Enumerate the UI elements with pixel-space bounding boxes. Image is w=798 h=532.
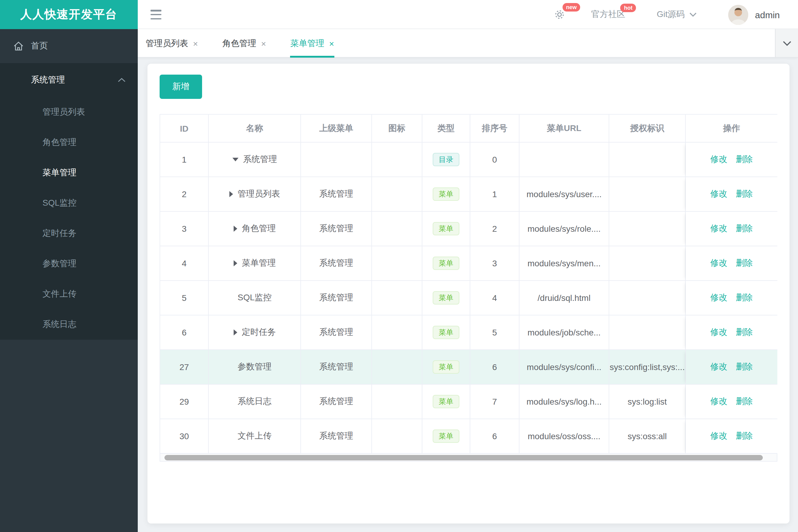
cell-actions: 修改删除 [686, 316, 777, 350]
cell-actions: 修改删除 [686, 385, 777, 419]
cell-name: 菜单管理 [209, 246, 301, 281]
sidebar-item-定时任务[interactable]: 定时任务 [0, 218, 138, 249]
settings-gear-button[interactable]: new [554, 8, 566, 21]
sidebar-item-home[interactable]: 首页 [0, 29, 138, 63]
table-body: 1系统管理目录0修改删除2管理员列表系统管理菜单1modules/sys/use… [160, 142, 777, 454]
sidebar-item-SQL监控[interactable]: SQL监控 [0, 188, 138, 218]
cell-url: modules/oss/oss.... [519, 419, 609, 454]
table-row: 3角色管理系统管理菜单2modules/sys/role....修改删除 [160, 212, 777, 246]
cell-perms [609, 281, 686, 316]
edit-link[interactable]: 修改 [710, 327, 727, 338]
cell-parent: 系统管理 [301, 212, 372, 246]
expand-caret-icon[interactable] [233, 260, 237, 266]
scrollbar-thumb[interactable] [165, 455, 763, 460]
menu-table: ID名称上级菜单图标类型排序号菜单URL授权标识操作 1系统管理目录0修改删除2… [160, 114, 777, 454]
sidebar-item-参数管理[interactable]: 参数管理 [0, 249, 138, 279]
delete-link[interactable]: 删除 [736, 327, 753, 338]
sidebar-item-菜单管理[interactable]: 菜单管理 [0, 158, 138, 188]
type-badge: 目录 [433, 153, 459, 166]
edit-link[interactable]: 修改 [710, 189, 727, 200]
delete-link[interactable]: 删除 [736, 223, 753, 234]
delete-link[interactable]: 删除 [736, 258, 753, 269]
column-header-上级菜单: 上级菜单 [301, 115, 372, 142]
tab-close-icon[interactable]: × [193, 39, 198, 48]
git-source-dropdown[interactable]: Git源码 [657, 9, 697, 20]
cell-parent: 系统管理 [301, 281, 372, 316]
column-header-图标: 图标 [372, 115, 422, 142]
edit-link[interactable]: 修改 [710, 431, 727, 442]
cell-icon [372, 419, 422, 454]
cell-order: 6 [470, 419, 519, 454]
cell-order: 2 [470, 212, 519, 246]
sidebar-item-系统日志[interactable]: 系统日志 [0, 309, 138, 340]
table-header-row: ID名称上级菜单图标类型排序号菜单URL授权标识操作 [160, 115, 777, 142]
add-button[interactable]: 新增 [160, 75, 202, 99]
edit-link[interactable]: 修改 [710, 396, 727, 407]
menu-name: 定时任务 [242, 327, 276, 338]
cell-order: 3 [470, 246, 519, 281]
delete-link[interactable]: 删除 [736, 292, 753, 303]
expand-caret-icon[interactable] [233, 329, 237, 336]
type-badge: 菜单 [433, 222, 459, 235]
column-header-排序号: 排序号 [470, 115, 519, 142]
edit-link[interactable]: 修改 [710, 154, 727, 165]
cell-icon [372, 385, 422, 419]
cell-actions: 修改删除 [686, 177, 777, 212]
column-header-名称: 名称 [209, 115, 301, 142]
cell-parent: 系统管理 [301, 177, 372, 212]
user-avatar[interactable] [728, 4, 748, 24]
sidebar-toggle-icon[interactable] [150, 9, 162, 20]
app-root: 人人快速开发平台 new 官方社区 hot Git源码 [0, 0, 798, 532]
table-row: 4菜单管理系统管理菜单3modules/sys/men...修改删除 [160, 246, 777, 281]
chevron-up-icon [118, 78, 126, 82]
cell-name: 参数管理 [209, 350, 301, 385]
edit-link[interactable]: 修改 [710, 223, 727, 234]
sidebar-group-toggle[interactable]: 系统管理 [0, 63, 138, 97]
delete-link[interactable]: 删除 [736, 189, 753, 200]
cell-perms [609, 212, 686, 246]
tab-close-icon[interactable]: × [261, 39, 266, 48]
cell-type: 目录 [422, 142, 470, 177]
cell-icon [372, 246, 422, 281]
cell-icon [372, 316, 422, 350]
cell-actions: 修改删除 [686, 212, 777, 246]
table-row: 6定时任务系统管理菜单5modules/job/sche...修改删除 [160, 316, 777, 350]
cell-url: modules/sys/men... [519, 246, 609, 281]
community-link[interactable]: 官方社区 hot [591, 9, 625, 20]
expand-caret-icon[interactable] [229, 191, 233, 197]
cell-type: 菜单 [422, 212, 470, 246]
content-card: 新增 ID名称上级菜单图标类型排序号菜单URL授权标识操作 1系统管理目录0修改… [147, 64, 790, 524]
edit-link[interactable]: 修改 [710, 292, 727, 303]
tab-角色管理[interactable]: 角色管理× [222, 29, 266, 58]
collapse-caret-icon[interactable] [232, 158, 238, 162]
tabs-overflow-button[interactable] [775, 29, 798, 57]
edit-link[interactable]: 修改 [710, 258, 727, 269]
delete-link[interactable]: 删除 [736, 431, 753, 442]
chevron-down-icon [689, 12, 697, 17]
cell-parent [301, 142, 372, 177]
sidebar-item-文件上传[interactable]: 文件上传 [0, 279, 138, 309]
cell-id: 5 [160, 281, 209, 316]
tab-close-icon[interactable]: × [329, 39, 334, 48]
cell-order: 4 [470, 281, 519, 316]
menu-name: 系统日志 [238, 396, 272, 407]
tab-菜单管理[interactable]: 菜单管理× [290, 29, 334, 58]
table-row: 2管理员列表系统管理菜单1modules/sys/user....修改删除 [160, 177, 777, 212]
cell-name: 系统管理 [209, 142, 301, 177]
type-badge: 菜单 [433, 395, 459, 408]
menu-name: 系统管理 [243, 154, 277, 165]
sidebar-item-角色管理[interactable]: 角色管理 [0, 127, 138, 158]
sidebar-item-管理员列表[interactable]: 管理员列表 [0, 97, 138, 127]
cell-order: 6 [470, 350, 519, 385]
delete-link[interactable]: 删除 [736, 362, 753, 373]
cell-type: 菜单 [422, 281, 470, 316]
expand-caret-icon[interactable] [233, 226, 237, 232]
delete-link[interactable]: 删除 [736, 154, 753, 165]
tab-管理员列表[interactable]: 管理员列表× [146, 29, 198, 58]
menu-name: 角色管理 [242, 223, 276, 234]
cell-perms [609, 142, 686, 177]
brand-logo: 人人快速开发平台 [0, 0, 138, 29]
delete-link[interactable]: 删除 [736, 396, 753, 407]
edit-link[interactable]: 修改 [710, 362, 727, 373]
sidebar-submenu: 管理员列表角色管理菜单管理SQL监控定时任务参数管理文件上传系统日志 [0, 97, 138, 340]
